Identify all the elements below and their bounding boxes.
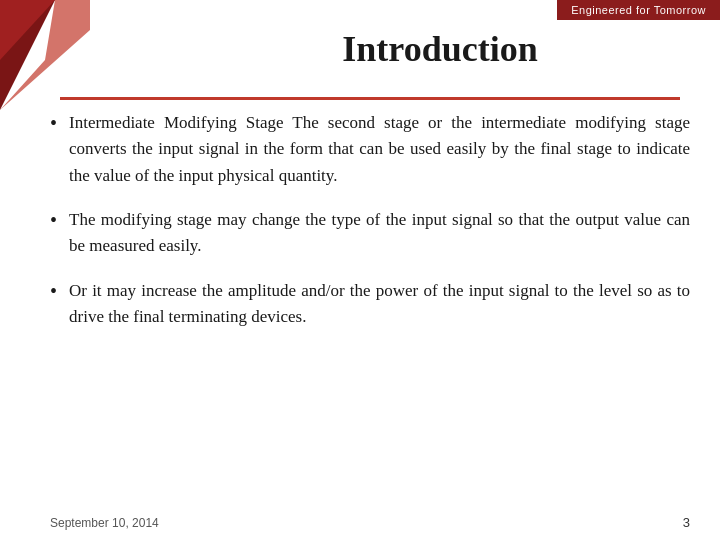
bullet-item-2: • The modifying stage may change the typ… xyxy=(50,207,690,260)
bullet-dot-2: • xyxy=(50,209,57,232)
bullet-text-2: The modifying stage may change the type … xyxy=(69,207,690,260)
footer: September 10, 2014 3 xyxy=(50,515,690,530)
title-underline xyxy=(60,97,680,100)
slide: Engineered for Tomorrow Introduction • I… xyxy=(0,0,720,540)
footer-date: September 10, 2014 xyxy=(50,516,159,530)
bullet-text-3: Or it may increase the amplitude and/or … xyxy=(69,278,690,331)
top-banner: Engineered for Tomorrow xyxy=(557,0,720,20)
slide-title: Introduction xyxy=(200,28,680,70)
footer-page: 3 xyxy=(683,515,690,530)
bullet-item-3: • Or it may increase the amplitude and/o… xyxy=(50,278,690,331)
bullet-text-1: Intermediate Modifying Stage The second … xyxy=(69,110,690,189)
bullet-item-1: • Intermediate Modifying Stage The secon… xyxy=(50,110,690,189)
content-area: • Intermediate Modifying Stage The secon… xyxy=(50,110,690,495)
bullet-dot-3: • xyxy=(50,280,57,303)
bullet-dot-1: • xyxy=(50,112,57,135)
corner-decoration xyxy=(0,0,90,110)
